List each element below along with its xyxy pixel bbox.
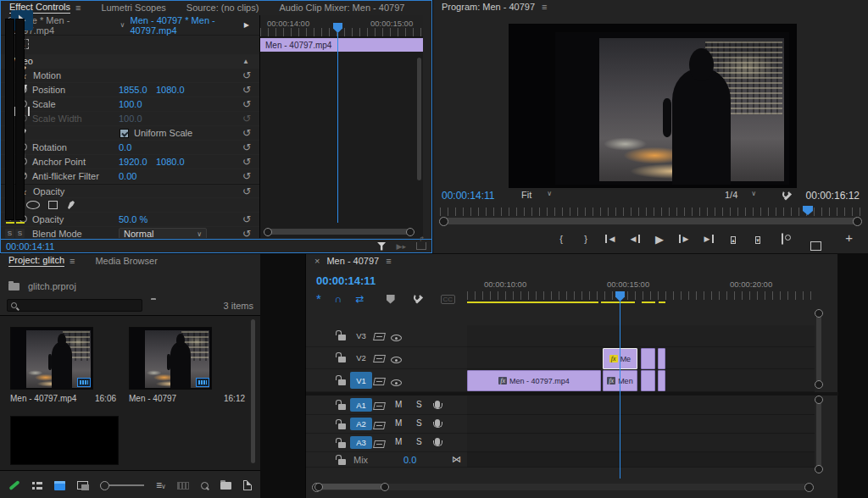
- timeline-settings-wrench-icon[interactable]: [414, 294, 424, 304]
- program-scrollbar[interactable]: [440, 218, 861, 224]
- timeline-zoom-scrollbar[interactable]: [316, 484, 387, 490]
- sync-lock-icon[interactable]: [373, 355, 386, 362]
- settings-wrench-icon[interactable]: [782, 191, 793, 201]
- lock-icon[interactable]: [338, 357, 346, 362]
- reset-icon[interactable]: ↺: [242, 71, 251, 80]
- scale-value[interactable]: 100.0: [119, 99, 156, 109]
- tab-lumetri-scopes[interactable]: Lumetri Scopes: [101, 3, 165, 13]
- lock-icon[interactable]: [338, 423, 346, 429]
- mark-out-icon[interactable]: }: [581, 234, 591, 244]
- audio-meter-left[interactable]: [5, 19, 14, 220]
- find-icon[interactable]: [201, 482, 209, 490]
- solo-button[interactable]: S: [416, 418, 422, 428]
- chevron-down-icon[interactable]: ∨: [120, 21, 125, 29]
- mark-in-icon[interactable]: {: [556, 234, 566, 244]
- new-item-icon[interactable]: [243, 480, 252, 490]
- timeline-clip-small[interactable]: [641, 370, 655, 391]
- icon-view-icon[interactable]: [54, 481, 65, 490]
- ellipse-mask-icon[interactable]: [26, 201, 40, 209]
- mix-volume-value[interactable]: 0.0: [403, 455, 416, 465]
- panel-menu-icon[interactable]: ≡: [75, 3, 81, 13]
- new-bin-icon[interactable]: [220, 482, 231, 490]
- sequence-name[interactable]: Men - 40797: [129, 394, 176, 403]
- mute-button[interactable]: M: [395, 418, 402, 428]
- linked-selection-icon[interactable]: ⇄: [356, 293, 364, 305]
- automate-to-sequence-icon[interactable]: [177, 482, 189, 490]
- anchor-x-value[interactable]: 1920.0: [119, 157, 156, 167]
- step-forward-icon[interactable]: ▶: [679, 235, 689, 243]
- track-visibility-eye-icon[interactable]: [391, 357, 402, 363]
- extract-icon[interactable]: ▾: [755, 236, 760, 244]
- reset-icon[interactable]: ↺: [242, 100, 251, 108]
- go-to-out-icon[interactable]: ▶: [704, 235, 714, 243]
- snap-magnet-icon[interactable]: ∩: [335, 293, 342, 305]
- project-search-box[interactable]: [7, 299, 142, 312]
- audio-meter-right[interactable]: [15, 19, 25, 220]
- panel-menu-icon[interactable]: ≡: [70, 256, 75, 266]
- voiceover-mic-icon[interactable]: [435, 401, 440, 408]
- zoom-select[interactable]: Fit ∨: [521, 190, 552, 200]
- reset-icon[interactable]: ↺: [242, 158, 251, 166]
- track-content-a1[interactable]: [467, 396, 815, 415]
- track-label-a3[interactable]: A3: [350, 436, 372, 449]
- clip-thumbnail[interactable]: [10, 327, 93, 390]
- timeline-clip-v1-main[interactable]: fx Men - 40797.mp4: [467, 370, 601, 391]
- black-thumbnail[interactable]: [10, 416, 119, 465]
- sequence-clip-label[interactable]: Men - 40797 * Men - 40797.mp4: [130, 15, 259, 36]
- solo-left-button[interactable]: S: [5, 229, 14, 238]
- playback-resolution-select[interactable]: 1/4 ∨: [725, 190, 756, 200]
- reset-icon[interactable]: ↺: [242, 172, 251, 180]
- horizontal-scrollbar[interactable]: [265, 229, 413, 235]
- lock-icon[interactable]: [338, 404, 346, 410]
- lift-icon[interactable]: ▴: [731, 236, 736, 244]
- pen-mask-icon[interactable]: [66, 201, 75, 209]
- list-view-icon[interactable]: [32, 481, 42, 490]
- bin-scrollbar[interactable]: [251, 319, 255, 463]
- sync-lock-icon[interactable]: [373, 378, 386, 385]
- tab-sequence[interactable]: Men - 40797: [326, 256, 379, 266]
- anchor-y-value[interactable]: 1080.0: [156, 157, 193, 167]
- voiceover-mic-icon[interactable]: [435, 419, 440, 427]
- mini-timeline-clip-bar[interactable]: Men - 40797.mp4: [260, 38, 423, 52]
- reset-icon[interactable]: ↺: [242, 215, 251, 224]
- lock-icon[interactable]: [338, 442, 346, 448]
- button-editor-plus-icon[interactable]: +: [845, 230, 853, 245]
- play-around-icon[interactable]: ▶▸: [397, 242, 406, 251]
- lock-icon[interactable]: [338, 335, 346, 340]
- solo-button[interactable]: S: [416, 400, 422, 409]
- timeline-timecode[interactable]: 00:00:14:11: [316, 274, 376, 287]
- solo-right-button[interactable]: S: [15, 229, 25, 238]
- play-button-icon[interactable]: ▶: [654, 233, 665, 246]
- rotation-value[interactable]: 0.0: [119, 142, 156, 152]
- tab-audio-clip-mixer[interactable]: Audio Clip Mixer: Men - 40797: [279, 3, 404, 13]
- vertical-scrollbar[interactable]: [417, 58, 421, 180]
- blend-mode-dropdown[interactable]: Normal ∨: [119, 228, 207, 238]
- panel-menu-icon[interactable]: ≡: [542, 2, 547, 12]
- opacity-value[interactable]: 50.0 %: [119, 214, 156, 224]
- reset-icon[interactable]: ↺: [242, 86, 251, 94]
- audio-tracks-scrollbar[interactable]: [816, 398, 821, 471]
- sync-lock-icon[interactable]: [373, 402, 386, 410]
- freeform-view-icon[interactable]: [77, 481, 88, 490]
- tab-media-browser[interactable]: Media Browser: [95, 256, 157, 266]
- export-icon[interactable]: [416, 242, 426, 250]
- rectangle-mask-icon[interactable]: [48, 201, 58, 209]
- track-visibility-eye-icon[interactable]: [391, 335, 402, 341]
- add-marker-icon[interactable]: [387, 295, 395, 304]
- step-back-icon[interactable]: ◀: [630, 235, 640, 243]
- voiceover-mic-icon[interactable]: [435, 438, 440, 445]
- track-visibility-eye-icon[interactable]: [391, 379, 402, 386]
- lock-icon[interactable]: [338, 379, 346, 385]
- track-content-a3[interactable]: [467, 434, 815, 452]
- go-to-in-icon[interactable]: ◀: [605, 235, 615, 243]
- keyframe-toggle-icon[interactable]: ⋈: [452, 454, 461, 465]
- reset-icon[interactable]: ↺: [242, 187, 251, 196]
- filter-properties-icon[interactable]: [377, 242, 387, 251]
- opacity-effect-header[interactable]: ∨ fx Opacity ↺: [1, 184, 259, 198]
- timeline-clip-small[interactable]: [658, 348, 665, 369]
- nest-toggle-icon[interactable]: *: [316, 295, 321, 303]
- track-label-v1[interactable]: V1: [350, 372, 372, 389]
- export-frame-icon[interactable]: [782, 233, 783, 245]
- program-video-frame[interactable]: [555, 32, 789, 185]
- reset-icon[interactable]: ↺: [242, 129, 251, 137]
